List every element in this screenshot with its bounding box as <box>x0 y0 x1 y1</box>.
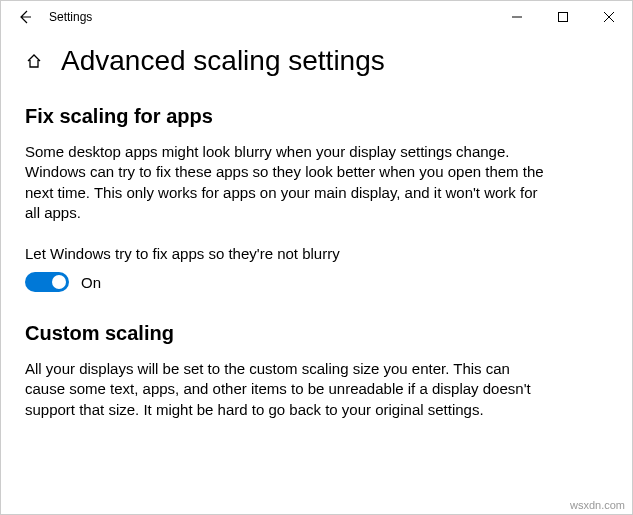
section-fix-scaling: Fix scaling for apps Some desktop apps m… <box>25 105 545 292</box>
fix-scaling-toggle-label: Let Windows try to fix apps so they're n… <box>25 245 545 262</box>
titlebar: Settings <box>1 1 632 33</box>
back-button[interactable] <box>7 1 43 33</box>
fix-scaling-toggle-state: On <box>81 274 101 291</box>
fix-scaling-toggle-row: On <box>25 272 545 292</box>
custom-scaling-description: All your displays will be set to the cus… <box>25 359 545 420</box>
close-icon <box>604 12 614 22</box>
svg-rect-1 <box>559 13 568 22</box>
toggle-knob-icon <box>52 275 66 289</box>
fix-scaling-heading: Fix scaling for apps <box>25 105 545 128</box>
close-button[interactable] <box>586 1 632 33</box>
minimize-icon <box>512 12 522 22</box>
fix-scaling-description: Some desktop apps might look blurry when… <box>25 142 545 223</box>
minimize-button[interactable] <box>494 1 540 33</box>
window-controls <box>494 1 632 33</box>
maximize-button[interactable] <box>540 1 586 33</box>
heading-row: Advanced scaling settings <box>25 45 608 77</box>
custom-scaling-heading: Custom scaling <box>25 322 545 345</box>
fix-scaling-toggle[interactable] <box>25 272 69 292</box>
section-custom-scaling: Custom scaling All your displays will be… <box>25 322 545 420</box>
content: Advanced scaling settings Fix scaling fo… <box>1 33 632 474</box>
home-button[interactable] <box>25 52 43 70</box>
back-arrow-icon <box>17 9 33 25</box>
maximize-icon <box>558 12 568 22</box>
home-icon <box>25 52 43 70</box>
watermark: wsxdn.com <box>570 499 625 511</box>
page-title: Advanced scaling settings <box>61 45 385 77</box>
window-title: Settings <box>43 10 92 24</box>
